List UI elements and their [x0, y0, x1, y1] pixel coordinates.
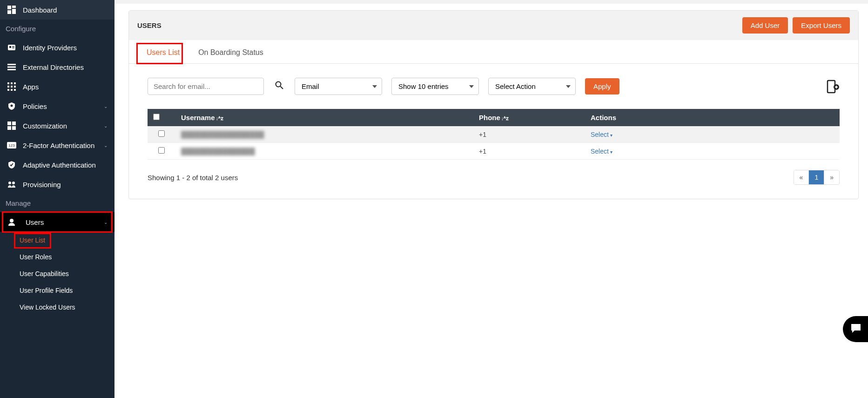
svg-point-20 [11, 105, 13, 107]
user-icon [7, 217, 16, 227]
row-checkbox[interactable] [158, 130, 165, 137]
svg-rect-10 [7, 69, 16, 70]
svg-rect-21 [7, 121, 11, 125]
svg-rect-13 [14, 82, 16, 84]
tab-onboarding-status[interactable]: On Boarding Status [189, 40, 273, 63]
sidebar-item-external-directories[interactable]: External Directories [0, 57, 114, 77]
svg-rect-12 [11, 82, 13, 84]
apps-grid-icon [7, 82, 16, 91]
svg-rect-2 [7, 10, 11, 14]
sidebar-item-adaptive-auth[interactable]: Adaptive Authentication [0, 155, 114, 175]
svg-rect-0 [7, 6, 11, 9]
sidebar-item-label: Provisioning [23, 181, 108, 189]
apply-button[interactable]: Apply [585, 78, 619, 94]
svg-rect-6 [12, 46, 14, 47]
svg-point-27 [8, 182, 11, 184]
search-icon [275, 82, 283, 91]
svg-rect-9 [7, 67, 16, 68]
panel-header: USERS Add User Export Users [129, 11, 858, 40]
chevron-down-icon: ⌄ [104, 123, 108, 128]
sidebar-sub-user-profile-fields[interactable]: User Profile Fields [0, 282, 114, 299]
svg-point-29 [10, 219, 13, 223]
select-all-checkbox[interactable] [153, 114, 160, 120]
chat-widget-button[interactable] [843, 316, 868, 342]
sidebar-item-provisioning[interactable]: Provisioning [0, 175, 114, 194]
two-factor-icon: 123 [7, 141, 16, 150]
svg-rect-5 [9, 46, 11, 48]
svg-rect-19 [14, 89, 16, 91]
column-header-phone[interactable]: Phone↓ᴬᴢ [473, 109, 585, 126]
phone-cell: +1 [473, 126, 585, 143]
svg-rect-23 [7, 126, 11, 130]
sidebar-item-users[interactable]: Users ⌄ [0, 212, 114, 232]
add-device-button[interactable] [826, 80, 840, 94]
sidebar-sub-user-capabilities[interactable]: User Capabilities [0, 265, 114, 282]
search-email-input[interactable] [148, 78, 264, 95]
column-header-username[interactable]: Username↓ᴬᴢ [175, 109, 473, 126]
table-footer: Showing 1 - 2 of total 2 users « 1 » [148, 170, 840, 185]
chevron-down-icon: ⌄ [104, 104, 108, 109]
pagination-prev[interactable]: « [794, 170, 809, 184]
shield-check-icon [7, 160, 16, 169]
svg-point-28 [12, 182, 15, 184]
row-action-select[interactable]: Select [591, 131, 612, 138]
dashboard-icon [7, 5, 16, 14]
tabs: Users List On Boarding Status [129, 40, 858, 64]
svg-rect-14 [7, 86, 9, 88]
sidebar-item-identity-providers[interactable]: Identity Providers [0, 38, 114, 57]
sidebar-item-label: Apps [23, 83, 108, 91]
svg-rect-17 [7, 89, 9, 91]
list-icon [7, 62, 16, 72]
users-panel: USERS Add User Export Users Users List O… [128, 10, 859, 199]
sidebar-item-dashboard[interactable]: Dashboard [0, 0, 114, 20]
bulk-action-select[interactable]: Select Action [488, 78, 576, 95]
sort-icon: ↓ᴬᴢ [216, 115, 224, 121]
sidebar-item-label: Dashboard [23, 6, 108, 14]
tab-users-list[interactable]: Users List [137, 40, 189, 63]
panel-content: Email Show 10 entries Select Action Appl… [129, 64, 858, 199]
column-header-actions: Actions [585, 109, 840, 126]
sort-icon: ↓ᴬᴢ [501, 115, 509, 121]
pagination-next[interactable]: » [824, 170, 839, 184]
main-content: USERS Add User Export Users Users List O… [114, 0, 868, 398]
filters-row: Email Show 10 entries Select Action Appl… [148, 78, 840, 95]
panel-title: USERS [137, 21, 161, 29]
svg-rect-11 [7, 82, 9, 84]
sidebar-sub-view-locked-users[interactable]: View Locked Users [0, 299, 114, 316]
sidebar-item-label: Customization [23, 122, 104, 130]
svg-rect-8 [7, 64, 16, 65]
page-size-select[interactable]: Show 10 entries [391, 78, 479, 95]
table-header-row: Username↓ᴬᴢ Phone↓ᴬᴢ Actions [148, 109, 840, 126]
sidebar-item-two-factor[interactable]: 123 2-Factor Authentication ⌄ [0, 135, 114, 155]
svg-rect-15 [11, 86, 13, 88]
results-summary: Showing 1 - 2 of total 2 users [148, 174, 238, 182]
add-user-button[interactable]: Add User [742, 17, 788, 34]
search-button[interactable] [273, 81, 285, 92]
username-cell: ████████████████ [181, 148, 255, 155]
sidebar-item-label: Policies [23, 102, 104, 110]
sidebar-item-apps[interactable]: Apps [0, 77, 114, 96]
customization-icon [7, 121, 16, 130]
sidebar-sub-user-list[interactable]: User List [0, 232, 114, 249]
row-action-select[interactable]: Select [591, 148, 612, 155]
pagination: « 1 » [794, 170, 840, 185]
chevron-down-icon: ⌄ [104, 220, 108, 225]
sidebar-section-manage: Manage [0, 194, 114, 212]
row-checkbox[interactable] [158, 147, 165, 154]
export-users-button[interactable]: Export Users [793, 17, 850, 34]
sidebar-sub-user-roles[interactable]: User Roles [0, 249, 114, 265]
svg-rect-3 [12, 9, 16, 14]
svg-rect-24 [12, 126, 16, 130]
provisioning-icon [7, 180, 16, 189]
svg-text:123: 123 [8, 143, 15, 148]
sidebar-item-label: 2-Factor Authentication [23, 142, 104, 149]
svg-point-30 [276, 82, 281, 87]
pagination-page-1[interactable]: 1 [809, 170, 824, 184]
svg-rect-1 [12, 6, 16, 8]
users-table: Username↓ᴬᴢ Phone↓ᴬᴢ Actions ███████████… [148, 109, 840, 160]
search-field-select[interactable]: Email [295, 78, 382, 95]
sidebar-item-customization[interactable]: Customization ⌄ [0, 116, 114, 135]
table-row: ██████████████████ +1 Select [148, 126, 840, 143]
sidebar-item-policies[interactable]: Policies ⌄ [0, 96, 114, 116]
svg-rect-7 [12, 47, 14, 48]
